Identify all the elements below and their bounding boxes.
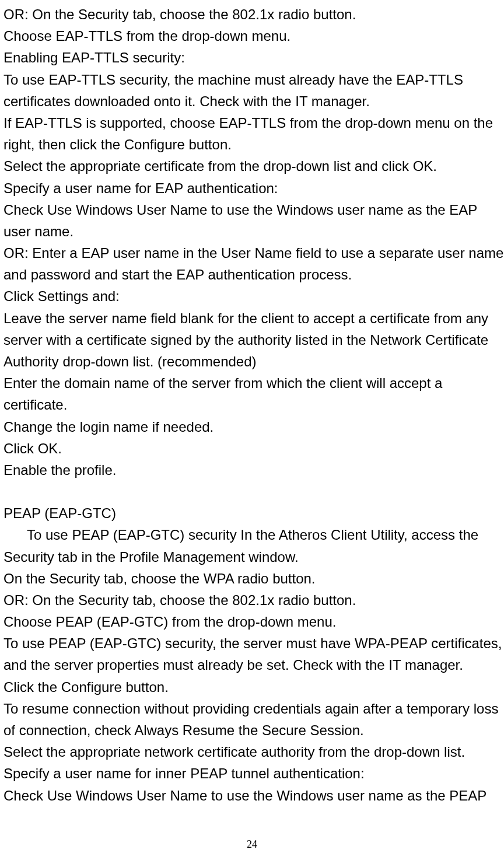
body-text: If EAP-TTLS is supported, choose EAP-TTL… <box>4 112 504 155</box>
body-text: Choose PEAP (EAP-GTC) from the drop-down… <box>4 611 504 632</box>
body-text: On the Security tab, choose the WPA radi… <box>4 568 504 589</box>
body-text: OR: On the Security tab, choose the 802.… <box>4 589 504 611</box>
body-text: Click OK. <box>4 438 504 459</box>
body-text: Enable the profile. <box>4 459 504 481</box>
body-text: OR: Enter a EAP user name in the User Na… <box>4 242 504 285</box>
body-text: To use PEAP (EAP-GTC) security, the serv… <box>4 632 504 676</box>
body-text: To use EAP-TTLS security, the machine mu… <box>4 69 504 112</box>
body-text: Check Use Windows User Name to use the W… <box>4 785 504 806</box>
body-text: Click the Configure button. <box>4 676 504 698</box>
body-text: Select the appropriate network certifica… <box>4 741 504 763</box>
section-heading: PEAP (EAP-GTC) <box>4 502 504 524</box>
body-text: Specify a user name for inner PEAP tunne… <box>4 763 504 784</box>
body-text: OR: On the Security tab, choose the 802.… <box>4 4 504 25</box>
body-text: To resume connection without providing c… <box>4 698 504 741</box>
paragraph-spacer <box>4 481 504 502</box>
body-text: Change the login name if needed. <box>4 416 504 438</box>
body-text: Enabling EAP-TTLS security: <box>4 47 504 68</box>
body-text: Click Settings and: <box>4 285 504 307</box>
body-text: Enter the domain name of the server from… <box>4 372 504 415</box>
body-text: To use PEAP (EAP-GTC) security In the At… <box>4 524 504 567</box>
body-text: Choose EAP-TTLS from the drop-down menu. <box>4 25 504 47</box>
document-content: OR: On the Security tab, choose the 802.… <box>4 4 504 806</box>
page-number: 24 <box>0 837 504 853</box>
body-text: Leave the server name field blank for th… <box>4 307 504 373</box>
body-text: Select the appropriate certificate from … <box>4 155 504 177</box>
body-text: Check Use Windows User Name to use the W… <box>4 199 504 242</box>
body-text: Specify a user name for EAP authenticati… <box>4 177 504 199</box>
